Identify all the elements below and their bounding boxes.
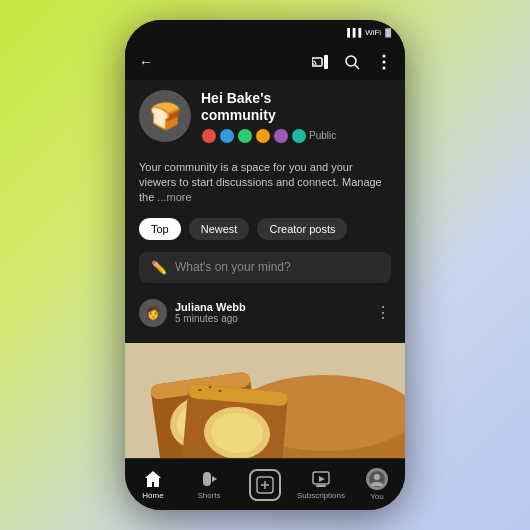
svg-point-2: [346, 56, 356, 66]
svg-marker-30: [319, 476, 325, 482]
member-avatar-5: [273, 128, 289, 144]
svg-line-3: [355, 65, 359, 69]
channel-header: Hei Bake'scommunity Public: [125, 80, 405, 158]
nav-create[interactable]: [237, 469, 293, 501]
member-avatar-4: [255, 128, 271, 144]
more-link[interactable]: ...more: [157, 191, 191, 203]
post-more-button[interactable]: ⋮: [375, 303, 391, 322]
bottom-navigation: Home Shorts Subscrip: [125, 458, 405, 510]
compose-bar[interactable]: ✏️ What's on your mind?: [139, 252, 391, 283]
top-navigation-bar: ←: [125, 44, 405, 80]
top-bar-left: ←: [135, 51, 157, 73]
nav-home-label: Home: [142, 491, 163, 500]
member-avatar-6: [291, 128, 307, 144]
phone-frame: ▐▐▐ WiFi ▓ ←: [125, 20, 405, 510]
battery-icon: ▓: [385, 28, 391, 37]
nav-you[interactable]: You: [349, 468, 405, 501]
tabs-bar: Top Newest Creator posts: [125, 214, 405, 248]
post-username: Juliana Webb: [175, 301, 246, 313]
tab-creator-posts[interactable]: Creator posts: [257, 218, 347, 240]
nav-shorts[interactable]: Shorts: [181, 469, 237, 500]
wifi-icon: WiFi: [365, 28, 381, 37]
status-bar: ▐▐▐ WiFi ▓: [125, 20, 405, 44]
channel-avatar: [139, 90, 191, 142]
svg-point-4: [383, 55, 386, 58]
svg-rect-31: [316, 485, 326, 487]
compose-icon: ✏️: [151, 260, 167, 275]
create-icon: [249, 469, 281, 501]
main-content: Hei Bake'scommunity Public Your communit…: [125, 80, 405, 458]
svg-rect-24: [203, 472, 211, 486]
svg-point-33: [374, 474, 380, 480]
member-avatar-2: [219, 128, 235, 144]
post-image: [125, 343, 405, 458]
member-avatar-1: [201, 128, 217, 144]
signal-icon: ▐▐▐: [344, 28, 361, 37]
post-avatar: [139, 299, 167, 327]
channel-name: Hei Bake'scommunity: [201, 90, 391, 124]
search-button[interactable]: [341, 51, 363, 73]
compose-placeholder: What's on your mind?: [175, 260, 291, 274]
svg-marker-25: [212, 476, 217, 482]
post-user: Juliana Webb 5 minutes ago: [139, 299, 246, 327]
visibility-label: Public: [309, 130, 336, 141]
post-time: 5 minutes ago: [175, 313, 246, 324]
tab-top[interactable]: Top: [139, 218, 181, 240]
top-bar-right: [309, 51, 395, 73]
post-header: Juliana Webb 5 minutes ago ⋮: [139, 299, 391, 327]
nav-you-label: You: [370, 492, 384, 501]
svg-rect-1: [324, 55, 328, 69]
post-item: Juliana Webb 5 minutes ago ⋮: [125, 291, 405, 331]
tab-newest[interactable]: Newest: [189, 218, 250, 240]
cast-button[interactable]: [309, 51, 331, 73]
nav-shorts-label: Shorts: [197, 491, 220, 500]
svg-point-5: [383, 61, 386, 64]
channel-info: Hei Bake'scommunity Public: [201, 90, 391, 148]
bread-image-bg: [125, 343, 405, 458]
svg-point-6: [383, 67, 386, 70]
post-user-info: Juliana Webb 5 minutes ago: [175, 301, 246, 324]
profile-avatar: [366, 468, 388, 490]
more-options-button[interactable]: [373, 51, 395, 73]
nav-subscriptions-label: Subscriptions: [297, 491, 345, 500]
back-button[interactable]: ←: [135, 51, 157, 73]
member-avatars: Public: [201, 128, 391, 144]
member-avatar-3: [237, 128, 253, 144]
nav-home[interactable]: Home: [125, 469, 181, 500]
nav-subscriptions[interactable]: Subscriptions: [293, 469, 349, 500]
status-icons: ▐▐▐ WiFi ▓: [344, 28, 391, 37]
channel-description: Your community is a space for you and yo…: [125, 158, 405, 214]
